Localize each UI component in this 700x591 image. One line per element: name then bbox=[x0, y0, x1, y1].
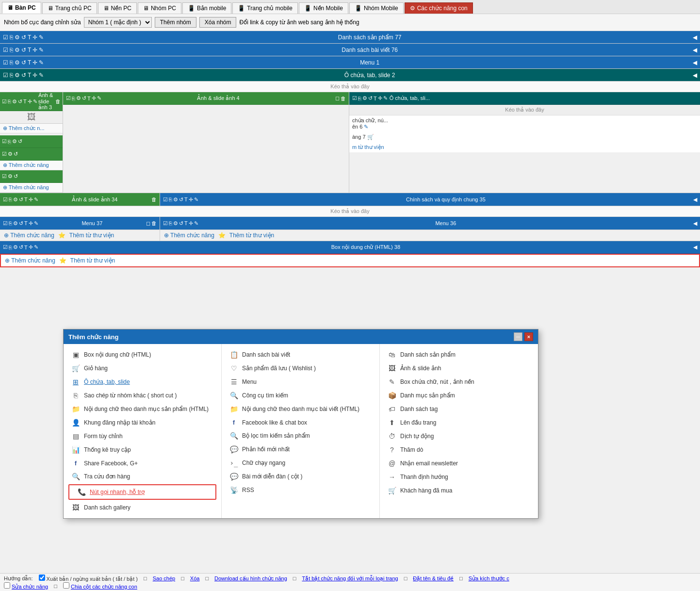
checkbox2-icon[interactable]: ☑ bbox=[3, 47, 8, 53]
add-fn-left-2[interactable]: ⊕ Thêm chức năng bbox=[0, 161, 63, 170]
add-group-button[interactable]: Thêm nhóm bbox=[155, 17, 196, 28]
t9-icon[interactable]: T bbox=[87, 96, 91, 101]
cb12-icon[interactable]: ☑ bbox=[163, 197, 168, 203]
r14-icon[interactable]: ↺ bbox=[179, 220, 183, 227]
modal-item-box-chu[interactable]: ✎ Box chứa chữ, nút , ảnh nền bbox=[380, 375, 538, 389]
text4-icon[interactable]: T bbox=[28, 72, 31, 79]
gear4-icon[interactable]: ⚙ bbox=[15, 59, 20, 66]
g9-icon[interactable]: ⚙ bbox=[76, 95, 81, 101]
r7-icon[interactable]: ↺ bbox=[14, 151, 18, 157]
library-b2-link[interactable]: Thêm từ thư viện bbox=[229, 232, 274, 239]
add-fn-left-1[interactable]: ⊕ Thêm chức n... bbox=[0, 124, 63, 133]
e11-icon[interactable]: ✎ bbox=[34, 197, 38, 203]
g8-icon[interactable]: ⚙ bbox=[8, 173, 13, 180]
t12-icon[interactable]: T bbox=[184, 197, 188, 202]
tab-cac-chuc-nang-con[interactable]: ⚙ Các chức năng con bbox=[405, 2, 473, 14]
modal-item-box-html[interactable]: ▣ Box nội dung chữ (HTML) bbox=[64, 348, 221, 361]
r11-icon[interactable]: ↺ bbox=[19, 197, 23, 203]
cb11-icon[interactable]: ☑ bbox=[3, 197, 8, 203]
modal-item-ds-bv[interactable]: 📋 Danh sách bài viết bbox=[222, 348, 379, 361]
arrow12-icon[interactable]: ◀ bbox=[693, 197, 697, 203]
gear5-icon[interactable]: ⚙ bbox=[15, 72, 20, 79]
p12-icon[interactable]: ✛ bbox=[189, 197, 193, 203]
text3-icon[interactable]: T bbox=[28, 59, 31, 66]
tab-ban-mobile[interactable]: 📱 Bản mobile bbox=[182, 2, 231, 14]
g7-icon[interactable]: ⚙ bbox=[8, 151, 13, 157]
cb10-icon[interactable]: ☑ bbox=[352, 95, 357, 101]
modal-item-email[interactable]: @ Nhận email newsletter bbox=[380, 457, 538, 470]
sq1-icon[interactable]: ◻ bbox=[335, 95, 340, 101]
p9-icon[interactable]: ✛ bbox=[92, 95, 96, 101]
modal-item-bo-loc[interactable]: 🔍 Bộ lọc tìm kiếm sản phẩm bbox=[222, 429, 379, 443]
del37-icon[interactable]: 🗑 bbox=[151, 220, 157, 226]
g14-icon[interactable]: ⚙ bbox=[173, 220, 178, 227]
p13-icon[interactable]: ✛ bbox=[29, 220, 33, 227]
close-button[interactable]: × bbox=[524, 332, 533, 341]
e5-icon[interactable]: ✎ bbox=[33, 98, 37, 105]
p10-icon[interactable]: ✛ bbox=[378, 95, 382, 101]
gear3-icon[interactable]: ⚙ bbox=[15, 47, 20, 53]
refresh2-icon[interactable]: ↺ bbox=[21, 47, 26, 53]
cb7-icon[interactable]: ☑ bbox=[2, 151, 7, 157]
modal-item-wishlist[interactable]: ♡ Sản phẩm đã lưu ( Wishlist ) bbox=[222, 361, 379, 375]
arrow-left-icon[interactable]: ◀ bbox=[693, 34, 700, 41]
modal-item-khung-dn[interactable]: 👤 Khung đăng nhập tài khoản bbox=[64, 416, 221, 429]
r10-icon[interactable]: ↺ bbox=[368, 95, 373, 101]
arrow4-left-icon[interactable]: ◀ bbox=[693, 72, 700, 79]
t15-icon[interactable]: T bbox=[24, 245, 28, 250]
library-b1-link[interactable]: Thêm từ thư viện bbox=[69, 232, 114, 239]
r5-icon[interactable]: ↺ bbox=[18, 98, 22, 105]
modal-item-menu[interactable]: ☰ Menu bbox=[222, 375, 379, 389]
edit3-icon[interactable]: ✎ bbox=[39, 59, 44, 66]
tab-trang-chu-pc[interactable]: 🖥 Trang chủ PC bbox=[42, 2, 97, 14]
edit-icon[interactable]: ✎ bbox=[39, 34, 44, 41]
add-fn-b2-link[interactable]: ⊕ Thêm chức năng bbox=[164, 232, 214, 239]
cb8-icon[interactable]: ☑ bbox=[2, 173, 7, 180]
modal-item-sao-chep[interactable]: ⎘ Sao chép từ nhóm khác ( short cut ) bbox=[64, 389, 221, 402]
refresh4-icon[interactable]: ↺ bbox=[21, 72, 26, 79]
modal-item-noi-dung-bv[interactable]: 📁 Nội dung chữ theo danh mục bài viết (H… bbox=[222, 402, 379, 416]
p11-icon[interactable]: ✛ bbox=[29, 197, 33, 203]
p14-icon[interactable]: ✛ bbox=[189, 220, 193, 227]
e12-icon[interactable]: ✎ bbox=[194, 197, 198, 203]
text-icon[interactable]: T bbox=[28, 34, 31, 41]
modal-item-bai-moi[interactable]: 💬 Bài mới diễn đàn ( cột ) bbox=[222, 470, 379, 483]
cb9-icon[interactable]: ☑ bbox=[66, 95, 71, 101]
del4-icon[interactable]: 🗑 bbox=[341, 96, 346, 101]
e10-icon[interactable]: ✎ bbox=[383, 95, 388, 101]
text2-icon[interactable]: T bbox=[28, 47, 31, 53]
t11-icon[interactable]: T bbox=[24, 197, 28, 202]
group-select[interactable]: Nhóm 1 ( mặc định ) bbox=[84, 17, 152, 28]
modal-item-nut-goi[interactable]: 📞 Nút gọi nhanh, hỗ trợ bbox=[68, 484, 216, 500]
modal-item-tham-do[interactable]: ? Thăm dò bbox=[380, 443, 538, 457]
gear2-icon[interactable]: ⚙ bbox=[15, 34, 20, 41]
right-library[interactable]: m từ thư viện bbox=[349, 142, 700, 152]
copy4-icon[interactable]: ⎘ bbox=[10, 72, 13, 79]
cp11-icon[interactable]: ⎘ bbox=[9, 197, 12, 202]
checkbox-icon[interactable]: ☑ bbox=[3, 34, 8, 41]
modal-item-gallery[interactable]: 🖼 Danh sách gallery bbox=[64, 501, 221, 514]
tab-ban-pc[interactable]: 🖥 Bàn PC bbox=[2, 2, 41, 14]
g15-icon[interactable]: ⚙ bbox=[13, 244, 18, 250]
copy-icon[interactable]: ⎘ bbox=[10, 34, 13, 41]
modal-item-ds-sp[interactable]: 🛍 Danh sách sản phẩm bbox=[380, 348, 538, 361]
modal-item-ds-tag[interactable]: 🏷 Danh sách tag bbox=[380, 402, 538, 416]
e9-icon[interactable]: ✎ bbox=[97, 95, 101, 101]
modal-item-phan-hoi[interactable]: 💬 Phản hồi mới nhất bbox=[222, 443, 379, 456]
g11-icon[interactable]: ⚙ bbox=[13, 197, 18, 203]
sq2-icon[interactable]: ◻ bbox=[146, 220, 150, 227]
add-fn-left-3[interactable]: ⊕ Thêm chức năng bbox=[0, 183, 63, 193]
refresh3-icon[interactable]: ↺ bbox=[21, 59, 26, 66]
checkbox3-icon[interactable]: ☑ bbox=[3, 59, 8, 66]
g6-icon[interactable]: ⚙ bbox=[12, 138, 17, 145]
r9-icon[interactable]: ↺ bbox=[82, 95, 86, 101]
modal-item-noi-dung-sp[interactable]: 📁 Nội dung chữ theo danh mục sản phẩm (H… bbox=[64, 402, 221, 416]
edit11-icon[interactable]: ✎ bbox=[364, 124, 368, 130]
cp13-icon[interactable]: ⎘ bbox=[9, 220, 12, 226]
cp15-icon[interactable]: ⎘ bbox=[9, 245, 12, 250]
add-fn-b1-link[interactable]: ⊕ Thêm chức năng bbox=[4, 232, 54, 239]
modal-item-khach-hang[interactable]: 🛒 Khách hàng đã mua bbox=[380, 484, 538, 497]
modal-item-share-fb[interactable]: f Share Facebook, G+ bbox=[64, 457, 221, 470]
plus4-icon[interactable]: ✛ bbox=[33, 72, 37, 79]
modal-item-form[interactable]: ▤ Form tùy chỉnh bbox=[64, 429, 221, 443]
